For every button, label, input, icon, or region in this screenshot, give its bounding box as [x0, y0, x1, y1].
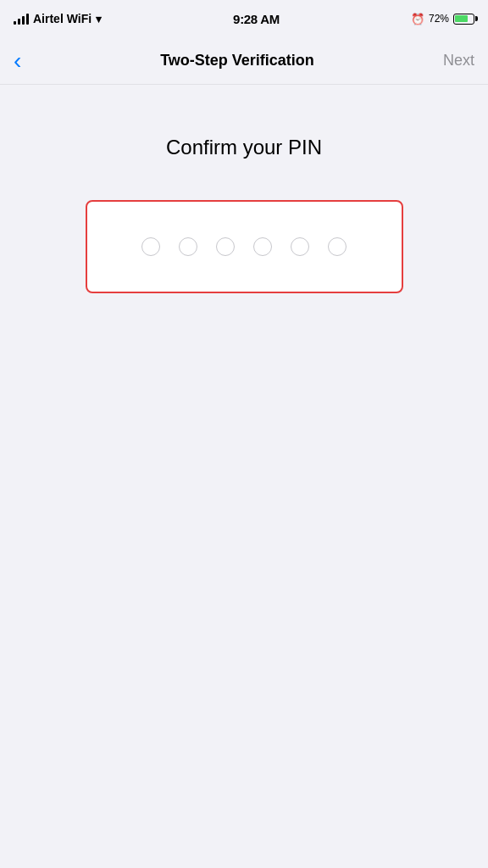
- carrier-label: Airtel WiFi: [33, 12, 92, 25]
- status-bar: Airtel WiFi ▾ 9:28 AM ⏰ 72%: [0, 0, 488, 37]
- battery-fill: [455, 15, 467, 22]
- pin-dot-5: [291, 237, 309, 256]
- pin-input-box[interactable]: [86, 200, 403, 293]
- nav-bar: ‹ Two-Step Verification Next: [0, 37, 488, 85]
- signal-icon: [14, 13, 29, 25]
- pin-dot-3: [216, 237, 235, 256]
- battery-icon: [453, 14, 474, 25]
- pin-dot-6: [328, 237, 347, 256]
- alarm-icon: ⏰: [411, 13, 424, 25]
- pin-dot-2: [179, 237, 197, 256]
- next-button[interactable]: Next: [424, 52, 474, 70]
- battery-percent-label: 72%: [429, 13, 449, 25]
- status-right: ⏰ 72%: [411, 13, 474, 25]
- status-left: Airtel WiFi ▾: [14, 12, 102, 25]
- main-content: Confirm your PIN: [0, 85, 488, 314]
- back-button[interactable]: ‹: [14, 47, 51, 75]
- wifi-icon: ▾: [96, 13, 102, 25]
- pin-dot-1: [141, 237, 160, 256]
- chevron-left-icon: ‹: [14, 47, 21, 75]
- page-title: Two-Step Verification: [51, 52, 424, 70]
- pin-dot-4: [253, 237, 272, 256]
- confirm-pin-heading: Confirm your PIN: [166, 136, 322, 159]
- time-label: 9:28 AM: [233, 12, 280, 26]
